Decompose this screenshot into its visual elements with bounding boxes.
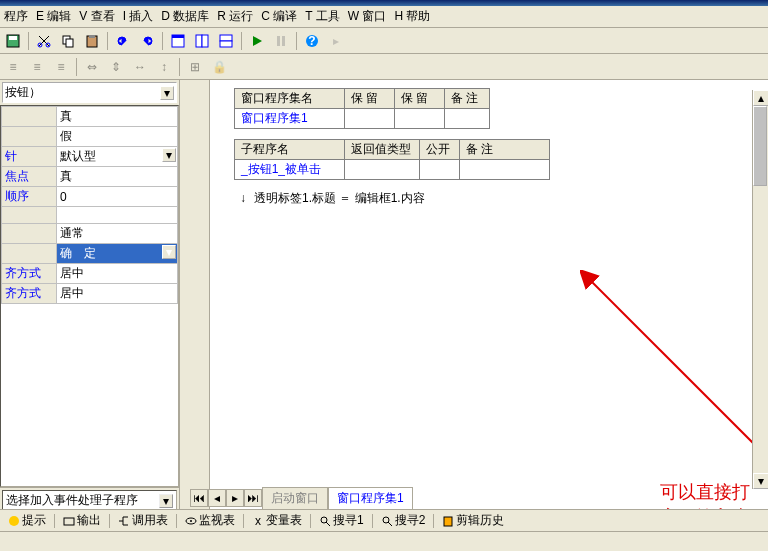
svg-text:x: x	[255, 515, 261, 527]
prop-label[interactable]: 顺序	[5, 189, 29, 203]
svg-text:?: ?	[308, 34, 315, 48]
same-h-icon: ↕	[153, 56, 175, 78]
btn-vars[interactable]: x变量表	[248, 512, 306, 530]
statusbar	[0, 531, 768, 551]
editor-tabs: ⏮ ◂ ▸ ⏭ 启动窗口 窗口程序集1	[190, 487, 413, 509]
prop-value[interactable]: 通常	[57, 224, 178, 244]
dist-h-icon: ⇔	[81, 56, 103, 78]
menu-database[interactable]: D 数据库	[161, 8, 209, 25]
table-cell[interactable]	[420, 160, 460, 180]
code-line[interactable]: ↓透明标签1.标题 ＝ 编辑框1.内容	[240, 190, 738, 207]
prop-label[interactable]: 焦点	[5, 169, 29, 183]
tab-start-window[interactable]: 启动窗口	[262, 487, 328, 509]
property-grid: 真 假 针默认型▾ 焦点真 顺序0 通常 确 定▾ 齐方式居中 齐方式居中	[1, 106, 178, 304]
table-cell[interactable]	[460, 160, 550, 180]
prop-value-selected[interactable]: 确 定▾	[57, 244, 178, 264]
copy-icon[interactable]	[57, 30, 79, 52]
menubar: 程序 E 编辑 V 查看 I 插入 D 数据库 R 运行 C 编译 T 工具 W…	[0, 6, 768, 28]
prop-value[interactable]: 真	[57, 107, 178, 127]
combo-dropdown-icon[interactable]: ▾	[160, 86, 174, 100]
next-icon: ▸	[325, 30, 347, 52]
help-icon[interactable]: ?	[301, 30, 323, 52]
combo-text: 按钮）	[5, 84, 160, 101]
menu-program[interactable]: 程序	[4, 8, 28, 25]
menu-edit[interactable]: E 编辑	[36, 8, 71, 25]
pause-icon	[270, 30, 292, 52]
table-cell[interactable]	[445, 109, 490, 129]
dropdown-icon[interactable]: ▾	[159, 494, 173, 508]
table-cell[interactable]	[395, 109, 445, 129]
prop-value[interactable]: 默认型▾	[57, 147, 178, 167]
svg-rect-11	[202, 35, 208, 47]
btn-calltable[interactable]: 调用表	[114, 512, 172, 530]
table-cell[interactable]: 窗口程序集1	[235, 109, 345, 129]
toolbar-main: ? ▸	[0, 28, 768, 54]
svg-rect-12	[220, 35, 232, 41]
btn-hint[interactable]: 提示	[4, 512, 50, 530]
prop-value[interactable]: 真	[57, 167, 178, 187]
tab-window-set[interactable]: 窗口程序集1	[328, 487, 413, 509]
prop-value[interactable]: 0	[57, 187, 178, 207]
prop-value[interactable]	[57, 207, 178, 224]
tab-nav-last-icon[interactable]: ⏭	[244, 489, 262, 507]
dropdown-icon[interactable]: ▾	[162, 148, 176, 162]
prop-value[interactable]: 居中	[57, 264, 178, 284]
col-header: 备 注	[445, 89, 490, 109]
svg-rect-15	[282, 36, 285, 46]
paste-icon[interactable]	[81, 30, 103, 52]
menu-insert[interactable]: I 插入	[123, 8, 154, 25]
btn-search1[interactable]: 搜寻1	[315, 512, 368, 530]
cut-icon[interactable]	[33, 30, 55, 52]
menu-tools[interactable]: T 工具	[305, 8, 339, 25]
svg-rect-9	[172, 35, 184, 38]
tab-nav-prev-icon[interactable]: ◂	[208, 489, 226, 507]
code-editor[interactable]: 窗口程序集名 保 留 保 留 备 注 窗口程序集1 子程序名 返回值类型 公开	[210, 80, 768, 533]
object-combo[interactable]: 按钮） ▾	[2, 82, 177, 103]
btn-clip-history[interactable]: 剪辑历史	[438, 512, 508, 530]
btn-search2[interactable]: 搜寻2	[377, 512, 430, 530]
code-marker-icon: ↓	[240, 191, 250, 205]
tab-nav-next-icon[interactable]: ▸	[226, 489, 244, 507]
prop-value[interactable]: 居中	[57, 284, 178, 304]
menu-compile[interactable]: C 编译	[261, 8, 297, 25]
menu-run[interactable]: R 运行	[217, 8, 253, 25]
vertical-scrollbar[interactable]: ▴ ▾	[752, 90, 768, 489]
prop-label[interactable]: 针	[5, 149, 17, 163]
prop-label[interactable]: 齐方式	[5, 266, 41, 280]
svg-rect-30	[444, 517, 452, 526]
svg-rect-13	[220, 41, 232, 47]
tab-nav-first-icon[interactable]: ⏮	[190, 489, 208, 507]
redo-icon[interactable]	[136, 30, 158, 52]
run-icon[interactable]	[246, 30, 268, 52]
svg-point-21	[9, 516, 19, 526]
table-cell[interactable]: _按钮1_被单击	[235, 160, 345, 180]
table-cell[interactable]	[345, 160, 420, 180]
main-area: 按钮） ▾ 真 假 针默认型▾ 焦点真 顺序0 通常 确 定▾ 齐方式居中 齐方…	[0, 80, 768, 533]
menu-view[interactable]: V 查看	[79, 8, 114, 25]
save-icon[interactable]	[2, 30, 24, 52]
col-header: 子程序名	[235, 140, 345, 160]
menu-help[interactable]: H 帮助	[394, 8, 430, 25]
window3-icon[interactable]	[215, 30, 237, 52]
table-cell[interactable]	[345, 109, 395, 129]
svg-line-27	[326, 522, 330, 526]
dropdown-icon[interactable]: ▾	[162, 245, 176, 259]
window1-icon[interactable]	[167, 30, 189, 52]
btn-output[interactable]: 输出	[59, 512, 105, 530]
col-header: 保 留	[345, 89, 395, 109]
undo-icon[interactable]	[112, 30, 134, 52]
left-panel: 按钮） ▾ 真 假 针默认型▾ 焦点真 顺序0 通常 确 定▾ 齐方式居中 齐方…	[0, 80, 180, 533]
prop-label[interactable]: 齐方式	[5, 286, 41, 300]
scroll-up-icon[interactable]: ▴	[753, 90, 768, 106]
window2-icon[interactable]	[191, 30, 213, 52]
col-header: 返回值类型	[345, 140, 420, 160]
scroll-thumb[interactable]	[753, 106, 767, 186]
btn-watch[interactable]: 监视表	[181, 512, 239, 530]
dist-v-icon: ⇕	[105, 56, 127, 78]
svg-point-24	[190, 520, 192, 522]
event-combo[interactable]: 选择加入事件处理子程序 ▾	[2, 490, 177, 511]
col-header: 公开	[420, 140, 460, 160]
menu-window[interactable]: W 窗口	[348, 8, 387, 25]
prop-value[interactable]: 假	[57, 127, 178, 147]
scroll-down-icon[interactable]: ▾	[753, 473, 768, 489]
